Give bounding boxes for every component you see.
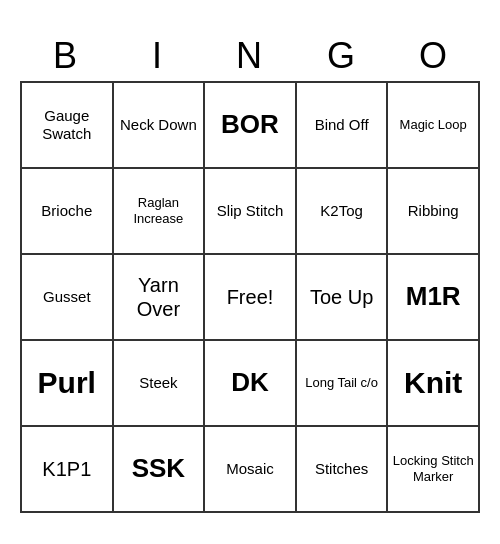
bingo-cell-7: Slip Stitch: [205, 169, 297, 255]
bingo-cell-14: M1R: [388, 255, 480, 341]
bingo-cell-8: K2Tog: [297, 169, 389, 255]
bingo-cell-2: BOR: [205, 83, 297, 169]
bingo-card: BINGO Gauge SwatchNeck DownBORBind OffMa…: [20, 31, 480, 513]
bingo-cell-4: Magic Loop: [388, 83, 480, 169]
bingo-cell-23: Stitches: [297, 427, 389, 513]
bingo-grid: Gauge SwatchNeck DownBORBind OffMagic Lo…: [20, 81, 480, 513]
bingo-cell-1: Neck Down: [114, 83, 206, 169]
bingo-cell-22: Mosaic: [205, 427, 297, 513]
header-letter-g: G: [296, 31, 388, 81]
header-letter-o: O: [388, 31, 480, 81]
bingo-cell-9: Ribbing: [388, 169, 480, 255]
bingo-header: BINGO: [20, 31, 480, 81]
bingo-cell-24: Locking Stitch Marker: [388, 427, 480, 513]
bingo-cell-20: K1P1: [22, 427, 114, 513]
bingo-cell-3: Bind Off: [297, 83, 389, 169]
bingo-cell-18: Long Tail c/o: [297, 341, 389, 427]
bingo-cell-15: Purl: [22, 341, 114, 427]
bingo-cell-16: Steek: [114, 341, 206, 427]
bingo-cell-0: Gauge Swatch: [22, 83, 114, 169]
bingo-cell-19: Knit: [388, 341, 480, 427]
bingo-cell-21: SSK: [114, 427, 206, 513]
bingo-cell-13: Toe Up: [297, 255, 389, 341]
bingo-cell-12: Free!: [205, 255, 297, 341]
bingo-cell-6: Raglan Increase: [114, 169, 206, 255]
bingo-cell-11: Yarn Over: [114, 255, 206, 341]
header-letter-b: B: [20, 31, 112, 81]
header-letter-i: I: [112, 31, 204, 81]
bingo-cell-5: Brioche: [22, 169, 114, 255]
header-letter-n: N: [204, 31, 296, 81]
bingo-cell-10: Gusset: [22, 255, 114, 341]
bingo-cell-17: DK: [205, 341, 297, 427]
